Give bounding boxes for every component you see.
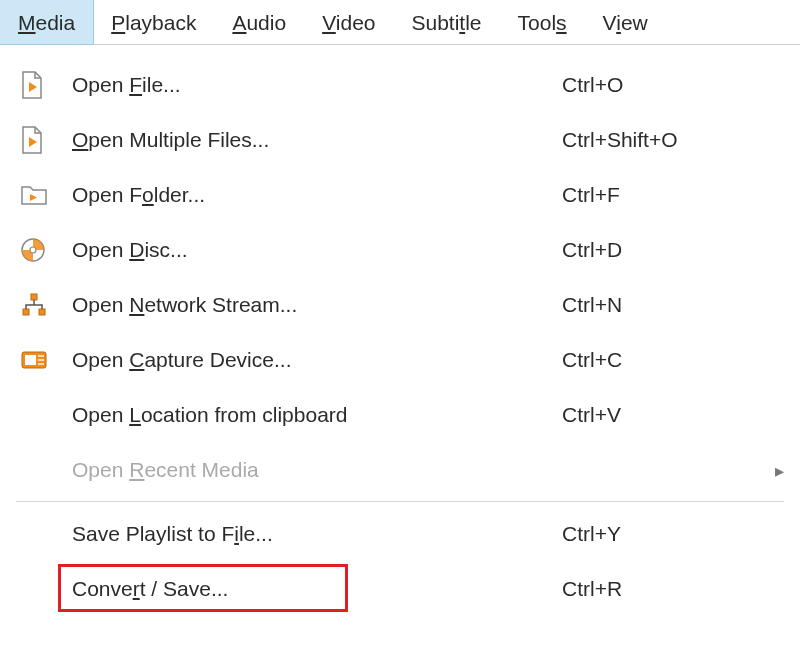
- folder-play-icon: [16, 183, 60, 207]
- menubar-item-tools[interactable]: Tools: [500, 0, 585, 44]
- menu-item-label: Save Playlist to File...: [60, 522, 554, 546]
- menu-item-shortcut: Ctrl+Shift+O: [554, 128, 754, 152]
- menubar-item-audio[interactable]: Audio: [214, 0, 304, 44]
- menu-item-label: Open File...: [60, 73, 554, 97]
- menubar-item-subtitle[interactable]: Subtitle: [393, 0, 499, 44]
- menu-item-open-file[interactable]: Open File...Ctrl+O: [6, 57, 794, 112]
- svg-rect-6: [25, 355, 36, 365]
- menu-item-label: Open Network Stream...: [60, 293, 554, 317]
- menu-item-label: Open Folder...: [60, 183, 554, 207]
- menu-item-convert-save[interactable]: Convert / Save...Ctrl+R: [6, 561, 794, 616]
- menu-item-shortcut: Ctrl+O: [554, 73, 754, 97]
- menu-separator: [16, 501, 784, 502]
- menu-item-shortcut: Ctrl+Y: [554, 522, 754, 546]
- menu-item-open-recent-media: Open Recent Media▸: [6, 442, 794, 497]
- menu-item-label: Open Location from clipboard: [60, 403, 554, 427]
- menu-item-open-network-stream[interactable]: Open Network Stream...Ctrl+N: [6, 277, 794, 332]
- media-menu-dropdown: Open File...Ctrl+O Open Multiple Files..…: [0, 45, 800, 622]
- menu-item-open-multiple-files[interactable]: Open Multiple Files...Ctrl+Shift+O: [6, 112, 794, 167]
- menu-item-save-playlist-to-file[interactable]: Save Playlist to File...Ctrl+Y: [6, 506, 794, 561]
- network-icon: [16, 292, 60, 318]
- menu-item-shortcut: Ctrl+D: [554, 238, 754, 262]
- menu-item-open-folder[interactable]: Open Folder...Ctrl+F: [6, 167, 794, 222]
- menu-item-label: Open Recent Media: [60, 458, 554, 482]
- menu-item-open-capture-device[interactable]: Open Capture Device...Ctrl+C: [6, 332, 794, 387]
- svg-point-1: [30, 247, 36, 253]
- menubar-item-label: Tools: [518, 11, 567, 35]
- menubar-item-view[interactable]: View: [585, 0, 666, 44]
- file-play-icon: [16, 71, 60, 99]
- menu-item-open-location-from-clipboard[interactable]: Open Location from clipboardCtrl+V: [6, 387, 794, 442]
- disc-icon: [16, 237, 60, 263]
- svg-rect-3: [23, 309, 29, 315]
- capture-icon: [16, 349, 60, 371]
- menubar-item-label: Subtitle: [411, 11, 481, 35]
- menu-item-label: Convert / Save...: [60, 577, 554, 601]
- svg-rect-2: [31, 294, 37, 300]
- menu-item-shortcut: Ctrl+R: [554, 577, 754, 601]
- chevron-right-icon: ▸: [754, 458, 784, 482]
- svg-rect-4: [39, 309, 45, 315]
- menu-item-shortcut: Ctrl+N: [554, 293, 754, 317]
- menubar-item-label: View: [603, 11, 648, 35]
- menu-item-label: Open Multiple Files...: [60, 128, 554, 152]
- menubar-item-label: Video: [322, 11, 375, 35]
- menubar: MediaPlaybackAudioVideoSubtitleToolsView: [0, 0, 800, 45]
- menu-item-label: Open Disc...: [60, 238, 554, 262]
- menu-item-open-disc[interactable]: Open Disc...Ctrl+D: [6, 222, 794, 277]
- menu-item-shortcut: Ctrl+F: [554, 183, 754, 207]
- menubar-item-playback[interactable]: Playback: [93, 0, 214, 44]
- file-play-icon: [16, 126, 60, 154]
- menu-item-shortcut: Ctrl+C: [554, 348, 754, 372]
- menubar-item-label: Audio: [232, 11, 286, 35]
- menu-item-label: Open Capture Device...: [60, 348, 554, 372]
- menubar-item-video[interactable]: Video: [304, 0, 393, 44]
- menu-item-shortcut: Ctrl+V: [554, 403, 754, 427]
- menubar-item-label: Playback: [111, 11, 196, 35]
- menubar-item-media[interactable]: Media: [0, 0, 93, 44]
- menubar-item-label: Media: [18, 11, 75, 35]
